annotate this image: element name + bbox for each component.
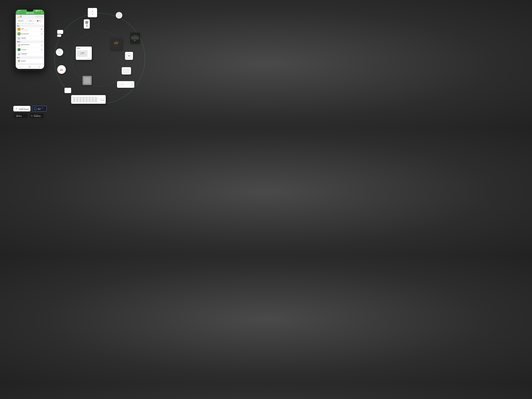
long-switch-panel xyxy=(117,81,134,88)
radiator-valve-device xyxy=(84,19,90,29)
device-fernseher-info: Fernseher xyxy=(21,49,40,50)
weather-datetime: ☀️ 06.01 20:58 xyxy=(35,15,43,18)
device-momente[interactable]: 🖼️ Momente xyxy=(17,59,43,63)
tab-kinder[interactable]: Kinder xyxy=(31,23,34,24)
wiser-socket-device: Wiser xyxy=(57,65,66,74)
grid-nav-icon[interactable]: ⊞ xyxy=(29,66,31,68)
googleplay-label-main: Google Play xyxy=(34,115,41,117)
device-fenster-tur[interactable]: ≡ Fenster/Tür Geschlossen xyxy=(17,52,43,56)
google-assistant-label-main: Google Assistant xyxy=(19,108,29,110)
ecosystem-diagram: Wiser 🏠 zigbee WiFi 2.4GHz Schneider ≡ ▲… xyxy=(45,4,154,113)
phone-screen: 22:44 ▐▐▐ WiFi 🔋 ⚙️ Übersicht ✏️ 🌙 12° K… xyxy=(16,10,44,69)
weather-time: 20:58 xyxy=(40,16,43,17)
tab-more[interactable]: ... xyxy=(35,23,36,24)
room-tabs: Alle Bad Wohn Büro Küche Kinder ... xyxy=(16,23,44,25)
phone-time: 22:44 xyxy=(18,10,21,12)
compatibility-badges: G works with the Google Assistant ◎ WORK… xyxy=(13,106,47,118)
googleplay-text: JETZT BEI Google Play xyxy=(34,114,41,117)
phone-header: ⚙️ Übersicht ✏️ xyxy=(16,12,44,15)
voice-assistant-badges: G works with the Google Assistant ◎ WORK… xyxy=(13,106,47,111)
quick-action-film-label: Film xyxy=(39,20,41,21)
apple-appstore-badge[interactable]: Laden im App Store xyxy=(13,113,28,118)
playstore-icon: ▷ xyxy=(31,114,33,117)
device-momente-info: Momente xyxy=(21,60,42,62)
temperature: 12° xyxy=(20,15,22,17)
appstore-label-small: Laden im xyxy=(16,114,22,115)
tab-buro[interactable]: Büro xyxy=(25,23,27,24)
schneider-relay-device: Schneider xyxy=(130,32,140,43)
tab-alle[interactable]: Alle xyxy=(17,23,19,24)
weather-info: 🌙 12° Köln xyxy=(17,15,22,18)
bottom-nav: ⌂ ⊞ ⊙ xyxy=(16,65,44,69)
light-icon: 💡 xyxy=(18,32,20,35)
device-temperature[interactable]: 🔥 21,5° 23,5° bis 23:40 ⏰ xyxy=(17,27,43,32)
motion-sensor-device xyxy=(56,49,63,56)
thermostat-display-device: 70% 20.5° 21.07 − ○ + xyxy=(110,38,122,50)
weather-bar: 🌙 12° Köln ☀️ 06.01 20:58 xyxy=(16,15,44,19)
temperature-icon: 🔥 xyxy=(18,28,20,31)
home-nav-icon[interactable]: ⌂ xyxy=(20,66,21,68)
edit-icon: ✏️ xyxy=(41,12,43,14)
window-icon: ≡ xyxy=(18,53,20,56)
appstore-text: Laden im App Store xyxy=(16,114,22,117)
esstisch-light-icon: 💡 xyxy=(18,44,20,47)
alexa-label-small: WORKS WITH xyxy=(38,108,44,108)
phone-frame: 22:44 ▐▐▐ WiFi 🔋 ⚙️ Übersicht ✏️ 🌙 12° K… xyxy=(15,8,45,70)
long-controller-device: Schneider xyxy=(71,95,106,104)
phone-mockup: 22:44 ▐▐▐ WiFi 🔋 ⚙️ Übersicht ✏️ 🌙 12° K… xyxy=(15,8,45,70)
google-g-icon: G xyxy=(15,107,18,110)
weather-date: 06.01 xyxy=(37,16,40,17)
section-wohn: Wohn ∧ xyxy=(16,41,44,43)
small-hub-device xyxy=(64,88,71,93)
device-list: Bad ∧ 🔥 21,5° 23,5° bis 23:40 ⏰ 💡 Decken… xyxy=(16,25,44,65)
alexa-badge[interactable]: ◎ WORKS WITH alexa xyxy=(32,106,47,111)
esstisch-power-icon: ⏻ xyxy=(41,44,42,46)
wall-switch-device: ▲ ▼ xyxy=(88,8,97,17)
alexa-label-main: alexa xyxy=(38,108,44,110)
tv-power-icon: ⏻ xyxy=(41,49,42,51)
wiser-hub-device: Wiser 🏠 zigbee WiFi 2.4GHz Schneider ≡ xyxy=(76,47,92,60)
device-deckenleuchte[interactable]: 💡 Deckenleuchte ⏻ xyxy=(17,32,43,36)
power-icon: ⏻ xyxy=(41,33,42,35)
device-esstischleuchte-info: Esstischleuchte Aus xyxy=(21,44,40,46)
city: Köln xyxy=(20,17,22,18)
appstore-label-main: App Store xyxy=(16,115,22,117)
smart-socket-large xyxy=(125,52,133,60)
device-esstischleuchte[interactable]: 💡 Esstischleuchte Aus ⏻ xyxy=(17,43,43,47)
quick-action-film[interactable]: 🎬 Film xyxy=(35,19,43,22)
device-jalousie-info: Jalousie Geschlossen xyxy=(21,37,40,39)
quick-action-sparen[interactable]: 🏠 Sparen xyxy=(17,19,25,22)
door-sensor-device xyxy=(57,30,63,37)
tab-bad[interactable]: Bad xyxy=(19,23,21,24)
device-jalousie[interactable]: ≡ Jalousie Geschlossen ↑↓ xyxy=(17,36,43,40)
quick-action-essen-label: Essen xyxy=(29,20,32,21)
device-fenster-info: Fenster/Tür Geschlossen xyxy=(21,53,42,55)
gray-wall-switch-device xyxy=(82,76,92,85)
search-nav-icon[interactable]: ⊙ xyxy=(38,66,40,68)
section-buro: Büro xyxy=(16,57,44,59)
app-store-badges: Laden im App Store ▷ JETZT BEI Google Pl… xyxy=(13,113,47,118)
google-assistant-badge[interactable]: G works with the Google Assistant xyxy=(13,106,31,111)
quick-action-essen[interactable]: 🍽️ Essen xyxy=(26,19,34,22)
tab-kuche[interactable]: Küche xyxy=(28,23,31,24)
alexa-ring-icon: ◎ xyxy=(34,107,37,110)
jalousie-ctrl-icon: ↑↓ xyxy=(41,38,42,39)
device-temperature-info: 21,5° 23,5° bis 23:40 xyxy=(21,28,40,30)
google-assistant-text: works with the Google Assistant xyxy=(19,108,29,110)
quick-action-sparen-label: Sparen xyxy=(20,20,24,21)
gateway-device xyxy=(116,12,122,19)
double-switch-device xyxy=(122,67,131,75)
momente-icon: 🖼️ xyxy=(18,59,20,62)
googleplay-label-small: JETZT BEI xyxy=(34,114,41,115)
phone-notch xyxy=(27,10,33,12)
app-title: Übersicht xyxy=(19,12,41,14)
device-deckenleuchte-info: Deckenleuchte xyxy=(21,33,40,34)
tv-icon: 📺 xyxy=(18,48,20,51)
tab-wohn[interactable]: Wohn xyxy=(22,23,24,24)
settings-icon: ⚙️ xyxy=(17,12,19,14)
jalousie-icon: ≡ xyxy=(18,37,20,40)
google-play-badge[interactable]: ▷ JETZT BEI Google Play xyxy=(30,113,44,118)
section-bad: Bad ∧ xyxy=(16,25,44,27)
timer-icon: ⏰ xyxy=(41,29,42,30)
device-fernseher[interactable]: 📺 Fernseher ⏻ xyxy=(17,47,43,52)
